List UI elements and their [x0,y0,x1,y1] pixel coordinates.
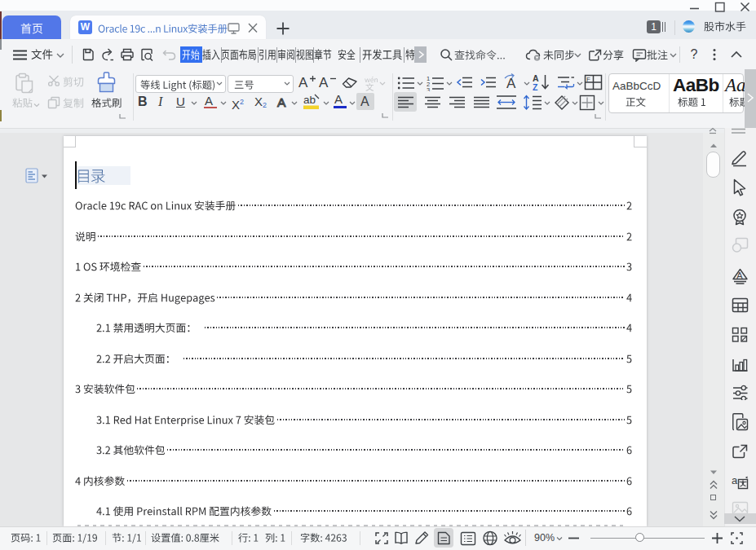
svg-text:A: A [736,271,743,280]
svg-text:ab: ab [303,94,316,106]
svg-text:a: a [732,474,738,486]
svg-text:3: 3 [427,86,430,91]
svg-text:Z: Z [533,82,538,92]
svg-text:A: A [506,76,516,91]
svg-text:A: A [277,95,286,109]
svg-text:F: F [586,76,590,83]
